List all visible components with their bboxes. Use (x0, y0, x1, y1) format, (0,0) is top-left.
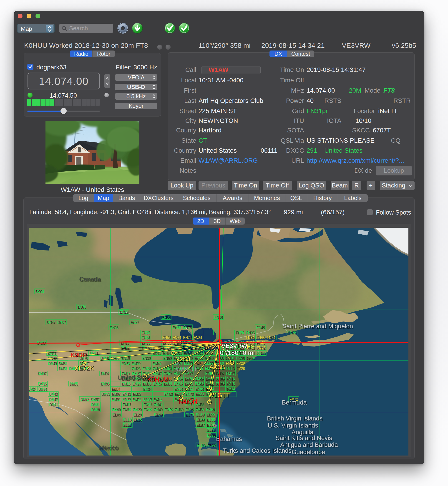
svg-text:EM38: EM38 (142, 366, 151, 371)
svg-text:EN84: EN84 (194, 335, 202, 340)
svg-text:Mexico: Mexico (99, 444, 119, 451)
svg-text:DM82: DM82 (91, 397, 99, 402)
svg-text:EM65: EM65 (174, 381, 183, 386)
svg-text:EM32: EM32 (143, 397, 152, 402)
svg-text:EN35: EN35 (141, 330, 150, 335)
svg-text:EN51: EN51 (163, 351, 171, 355)
svg-text:EL09: EL09 (112, 412, 121, 417)
svg-text:DM37: DM37 (38, 371, 46, 376)
svg-text:EN71: EN71 (184, 351, 192, 355)
svg-text:U.S. Virgin Islands: U.S. Virgin Islands (268, 422, 318, 429)
svg-text:FN35: FN35 (246, 330, 255, 335)
svg-text:EM70: EM70 (185, 407, 194, 412)
svg-text:DM81: DM81 (91, 402, 100, 407)
svg-text:EM00: EM00 (112, 407, 120, 412)
svg-text:EM48: EM48 (153, 366, 161, 371)
svg-text:WA9THI: WA9THI (176, 366, 198, 373)
svg-text:K0HUU: K0HUU (147, 376, 168, 383)
svg-text:EN58: EN58 (162, 315, 170, 319)
svg-text:EM19: EM19 (121, 361, 130, 366)
svg-text:EL96: EL96 (207, 428, 215, 432)
svg-text:EL97: EL97 (207, 422, 215, 427)
svg-text:EN64: EN64 (173, 335, 181, 340)
svg-text:XE7ZK: XE7ZK (75, 365, 94, 372)
svg-text:FM06: FM06 (216, 376, 224, 381)
svg-text:FM29: FM29 (237, 361, 245, 366)
svg-text:EN50: EN50 (163, 356, 171, 360)
svg-text:EN90: EN90 (205, 356, 213, 360)
svg-text:DM43: DM43 (49, 392, 57, 396)
svg-text:EM58: EM58 (163, 366, 172, 371)
svg-text:FM14: FM14 (227, 387, 235, 391)
svg-text:FN20: FN20 (236, 356, 245, 360)
svg-text:EM40: EM40 (154, 407, 162, 412)
svg-text:EM02: EM02 (112, 397, 120, 402)
svg-text:EL87: EL87 (196, 422, 205, 427)
svg-text:EM12: EM12 (122, 397, 131, 402)
svg-text:EM49: EM49 (153, 361, 161, 366)
svg-text:EM89: EM89 (195, 361, 203, 366)
svg-text:EL99: EL99 (207, 412, 215, 417)
svg-text:EL79: EL79 (185, 412, 194, 417)
svg-text:Guadeloupe: Guadeloupe (292, 449, 325, 455)
svg-text:EM57: EM57 (163, 371, 172, 376)
svg-text:DN47: DN47 (47, 320, 55, 324)
svg-text:EL93: EL93 (208, 443, 216, 448)
svg-text:EM53: EM53 (164, 392, 173, 396)
svg-text:EM04: EM04 (112, 387, 120, 391)
svg-text:DN57: DN57 (57, 320, 66, 324)
svg-text:EM86: EM86 (195, 376, 204, 381)
svg-text:FM28: FM28 (237, 366, 245, 371)
svg-text:DM24: DM24 (29, 387, 36, 391)
svg-text:EM29: EM29 (132, 361, 140, 366)
svg-text:EM34: EM34 (143, 387, 152, 391)
svg-text:N4ION: N4ION (178, 398, 197, 405)
svg-text:N2BJ: N2BJ (175, 356, 190, 363)
svg-text:DM97: DM97 (101, 371, 109, 376)
svg-text:EM96: EM96 (206, 376, 214, 381)
svg-text:EM10: EM10 (123, 407, 131, 412)
svg-text:EN76: EN76 (183, 325, 192, 330)
svg-text:EN54: EN54 (162, 335, 171, 340)
svg-text:EL98: EL98 (207, 417, 215, 422)
svg-text:EL89: EL89 (196, 412, 204, 417)
svg-text:FM05: FM05 (216, 381, 224, 386)
svg-text:EM90: EM90 (206, 407, 215, 412)
svg-text:EM85: EM85 (195, 381, 204, 386)
svg-text:EM30: EM30 (144, 407, 152, 412)
svg-text:DM65: DM65 (70, 381, 78, 386)
svg-text:EM42: EM42 (154, 397, 162, 402)
svg-text:EL95: EL95 (207, 433, 216, 437)
svg-text:EL18: EL18 (123, 417, 131, 422)
svg-text:DM95: DM95 (101, 381, 109, 386)
svg-text:EN06: EN06 (110, 325, 118, 330)
svg-text:FN44: FN44 (256, 335, 265, 340)
svg-text:Saint Kitts and Nevis: Saint Kitts and Nevis (275, 435, 332, 441)
svg-text:EN66: EN66 (173, 325, 181, 330)
svg-text:EL49: EL49 (154, 412, 163, 417)
svg-text:AK3B: AK3B (209, 364, 225, 371)
svg-text:VE3VRW: VE3VRW (222, 342, 248, 349)
svg-text:EL88: EL88 (196, 417, 205, 422)
svg-text:DO70: DO70 (78, 304, 86, 309)
svg-text:Saint Pierre and Miquelon: Saint Pierre and Miquelon (282, 323, 353, 330)
svg-text:DM35: DM35 (38, 381, 47, 386)
svg-text:EN81: EN81 (194, 351, 203, 355)
svg-text:EM84: EM84 (195, 387, 204, 391)
svg-text:EM64: EM64 (175, 387, 183, 391)
svg-text:EM63: EM63 (175, 392, 183, 396)
svg-text:Canada: Canada (79, 276, 101, 283)
svg-text:DM42: DM42 (49, 397, 57, 402)
svg-text:DM93: DM93 (101, 392, 110, 396)
svg-text:EN19: EN19 (120, 309, 128, 314)
svg-text:Turks and Caicos Islands: Turks and Caicos Islands (223, 447, 292, 454)
svg-text:Bahamas: Bahamas (216, 436, 242, 442)
svg-text:EM80: EM80 (196, 407, 204, 412)
svg-text:EL29: EL29 (133, 412, 142, 417)
svg-text:Bermuda: Bermuda (282, 399, 307, 406)
svg-text:FM15: FM15 (226, 381, 235, 386)
svg-text:EM60: EM60 (175, 407, 183, 412)
svg-text:EM20: EM20 (133, 407, 141, 412)
svg-text:EM74: EM74 (185, 387, 193, 391)
svg-text:EM31: EM31 (144, 402, 152, 407)
